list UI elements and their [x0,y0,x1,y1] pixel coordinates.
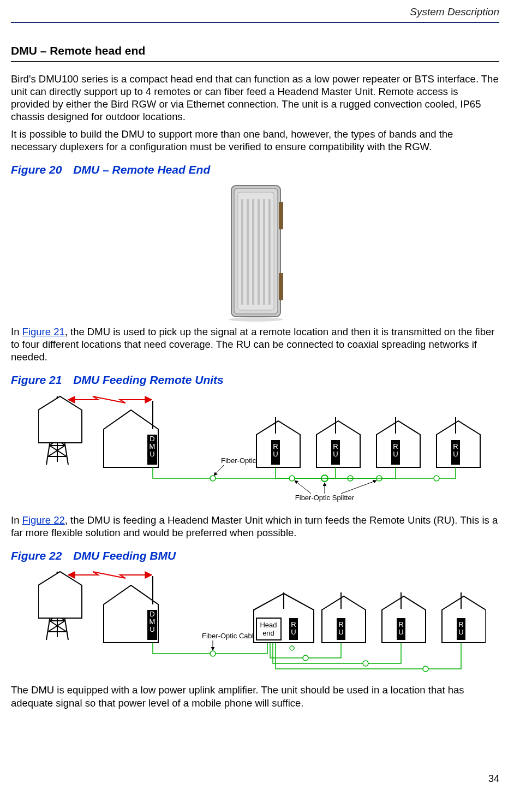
chapter-title: System Description [410,6,499,17]
svg-rect-10 [279,273,283,300]
section-heading-text: DMU – Remote head end [11,44,145,57]
svg-text:U: U [453,450,458,458]
svg-text:U: U [393,450,398,458]
svg-text:R: R [398,620,403,628]
figure-21-caption: Figure 21 DMU Feeding Remote Units [11,373,499,387]
svg-line-53 [295,480,311,494]
svg-text:Head: Head [260,621,277,629]
figure-20-image [204,180,307,322]
svg-point-74 [210,651,216,656]
svg-line-19 [48,446,65,456]
figure-22-link[interactable]: Figure 22 [22,514,65,526]
svg-text:U: U [150,625,154,633]
svg-text:end: end [262,629,274,637]
svg-line-64 [50,621,67,632]
para4-a: In [11,514,22,526]
svg-point-97 [363,661,368,666]
fig21-splitter-label: Fiber-Optic Splitter [295,494,355,502]
svg-point-30 [210,476,216,481]
svg-line-63 [48,621,65,632]
body-paragraph-1: Bird's DMU100 series is a compact head e… [11,73,499,123]
svg-point-96 [303,655,308,661]
svg-point-37 [289,476,295,481]
body-paragraph-5: The DMU is equipped with a low power upl… [11,684,499,709]
body-paragraph-2: It is possible to build the DMU to suppo… [11,128,499,153]
body-paragraph-3: In Figure 21, the DMU is used to pick up… [11,325,499,363]
svg-point-95 [290,646,294,650]
page-header: System Description [11,0,499,23]
svg-point-98 [423,666,428,672]
para3-b: , the DMU is used to pick up the signal … [11,326,494,363]
svg-text:R: R [458,620,463,628]
svg-text:D: D [150,610,154,618]
svg-line-20 [50,446,67,456]
para3-a: In [11,326,22,337]
figure-22-diagram: D M U Fiber-Optic Cable Head end R U R U… [38,566,499,678]
svg-point-11 [229,317,283,322]
section-heading: DMU – Remote head end [11,44,499,62]
body-paragraph-4: In Figure 22, the DMU is feeding a Heade… [11,514,499,539]
svg-line-55 [341,480,376,494]
svg-text:U: U [291,628,296,636]
svg-text:R: R [273,442,278,450]
svg-text:U: U [338,628,343,636]
svg-text:U: U [458,628,463,636]
svg-line-31 [214,465,224,476]
svg-text:R: R [338,620,343,628]
svg-text:U: U [150,450,154,458]
figure-22-caption: Figure 22 DMU Feeding BMU [11,549,499,563]
svg-text:R: R [291,620,296,628]
svg-text:U: U [398,628,403,636]
svg-text:M: M [150,442,156,450]
svg-text:U: U [273,450,278,458]
svg-text:R: R [333,442,338,450]
svg-point-52 [434,476,439,481]
svg-text:D: D [150,435,154,443]
figure-21-diagram: D M U Fiber-Optic Cable R U R U R U R U … [38,391,499,508]
svg-text:M: M [150,618,156,626]
figure-20-caption: Figure 20 DMU – Remote Head End [11,163,499,177]
page-number: 34 [488,773,499,785]
fig22-fiber-cable-label: Fiber-Optic Cable [202,632,258,640]
figure-21-link[interactable]: Figure 21 [22,326,65,337]
svg-text:R: R [393,442,398,450]
svg-text:U: U [333,450,338,458]
svg-rect-9 [279,202,283,229]
svg-text:R: R [453,442,458,450]
para4-b: , the DMU is feeding a Headend Master Un… [11,514,498,538]
